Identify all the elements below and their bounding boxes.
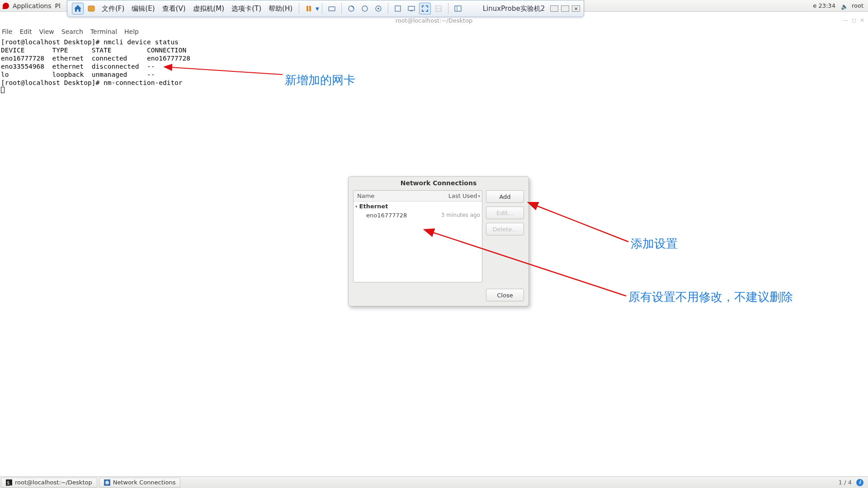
term-menu-edit[interactable]: Edit	[19, 28, 32, 35]
annotation-new-nic: 新增加的网卡	[285, 72, 355, 88]
terminal-cursor	[1, 87, 5, 93]
svg-point-4	[349, 6, 354, 11]
edit-button: Edit...	[486, 206, 524, 219]
snapshot-manager-icon[interactable]	[373, 3, 384, 14]
term-menu-view[interactable]: View	[39, 28, 54, 35]
info-icon[interactable]: i	[856, 479, 863, 486]
add-button[interactable]: Add	[486, 190, 524, 203]
connection-name: eno16777728	[366, 212, 441, 219]
volume-icon[interactable]: 🔈	[841, 3, 846, 9]
view-fullscreen-icon[interactable]	[419, 3, 431, 14]
connection-last-used: 3 minutes ago	[441, 212, 480, 219]
pause-icon[interactable]	[303, 3, 315, 14]
terminal-icon: $_	[6, 479, 12, 486]
minimize-button[interactable]	[550, 5, 558, 12]
vm-menu-tabs[interactable]: 选项卡(T)	[228, 5, 265, 13]
column-last-used[interactable]: Last Used▾	[439, 191, 482, 201]
svg-rect-8	[395, 6, 401, 11]
svg-text:$_: $_	[7, 480, 12, 486]
terminal-menubar: File Edit View Search Terminal Help	[2, 28, 139, 35]
vm-menu-vm[interactable]: 虚拟机(M)	[189, 5, 228, 13]
clock-label[interactable]: e 23:34	[813, 2, 835, 9]
vmware-library-icon[interactable]	[85, 3, 97, 14]
dialog-title: Network Connections	[349, 177, 528, 190]
vm-tab-title[interactable]: LinuxProbe实验机2	[483, 5, 545, 13]
terminal-output[interactable]: [root@localhost Desktop]# nmcli device s…	[1, 38, 868, 95]
distro-icon	[3, 3, 9, 9]
view-single-icon[interactable]	[392, 3, 404, 14]
svg-point-21	[105, 481, 109, 484]
network-connections-dialog: Network Connections Name Last Used▾ ▾Eth…	[348, 176, 529, 306]
delete-button: Delete...	[486, 223, 524, 235]
close-button[interactable]: ✕	[572, 5, 580, 12]
gnome-bottom-panel: $_ root@localhost:~/Desktop Network Conn…	[0, 476, 868, 488]
sort-chevron-icon: ▾	[478, 194, 480, 198]
view-console-icon[interactable]	[406, 3, 417, 14]
group-ethernet[interactable]: ▾Ethernet	[354, 202, 482, 211]
task-network-connections[interactable]: Network Connections	[99, 478, 181, 488]
connection-list[interactable]: Name Last Used▾ ▾Ethernet eno16777728 3 …	[353, 190, 482, 282]
svg-rect-0	[88, 6, 94, 11]
expand-chevron-icon[interactable]: ▾	[355, 204, 358, 209]
term-menu-terminal[interactable]: Terminal	[90, 28, 117, 35]
svg-rect-13	[455, 6, 461, 11]
vm-menu-view[interactable]: 查看(V)	[159, 5, 189, 13]
svg-rect-9	[408, 6, 415, 10]
svg-rect-3	[329, 7, 335, 11]
vmware-toolbar: 文件(F) 编辑(E) 查看(V) 虚拟机(M) 选项卡(T) 帮助(H) ▼ …	[67, 0, 584, 17]
send-ctrl-alt-del-icon[interactable]	[326, 3, 338, 14]
vmware-home-icon[interactable]	[72, 3, 84, 14]
terminal-titlebar: root@localhost:~/Desktop —◻✕	[0, 17, 868, 26]
term-close-icon[interactable]: ✕	[860, 17, 864, 23]
network-icon	[104, 479, 110, 486]
maximize-button[interactable]	[561, 5, 569, 12]
svg-rect-2	[309, 6, 311, 11]
svg-rect-10	[410, 10, 413, 11]
svg-point-5	[362, 6, 368, 11]
connection-item[interactable]: eno16777728 3 minutes ago	[354, 211, 482, 220]
thumbnail-bar-icon[interactable]	[452, 3, 464, 14]
arrow-to-add-button	[524, 199, 637, 249]
svg-rect-1	[307, 6, 308, 11]
annotation-keep-existing: 原有设置不用修改，不建议删除	[628, 289, 793, 305]
workspace-indicator[interactable]: 1 / 4	[839, 479, 852, 486]
annotation-add-setting: 添加设置	[631, 236, 678, 252]
task-terminal[interactable]: $_ root@localhost:~/Desktop	[1, 478, 97, 488]
close-dialog-button[interactable]: Close	[486, 289, 524, 301]
terminal-title-text: root@localhost:~/Desktop	[396, 17, 473, 24]
applications-menu[interactable]: Applications	[13, 2, 52, 9]
term-min-icon[interactable]: —	[843, 17, 848, 23]
view-unity-icon[interactable]	[433, 3, 444, 14]
column-name[interactable]: Name	[354, 191, 439, 201]
snapshot-revert-icon[interactable]	[359, 3, 371, 14]
snapshot-take-icon[interactable]	[345, 3, 357, 14]
svg-line-16	[528, 202, 628, 242]
term-menu-help[interactable]: Help	[124, 28, 139, 35]
vm-menu-edit[interactable]: 编辑(E)	[128, 5, 158, 13]
vm-menu-help[interactable]: 帮助(H)	[265, 5, 296, 13]
places-menu[interactable]: Pl	[55, 2, 61, 9]
term-menu-search[interactable]: Search	[61, 28, 83, 35]
term-max-icon[interactable]: ◻	[852, 17, 856, 23]
term-menu-file[interactable]: File	[2, 28, 12, 35]
user-menu[interactable]: root	[852, 2, 863, 9]
svg-point-7	[377, 8, 379, 9]
vm-menu-file[interactable]: 文件(F)	[98, 5, 128, 13]
